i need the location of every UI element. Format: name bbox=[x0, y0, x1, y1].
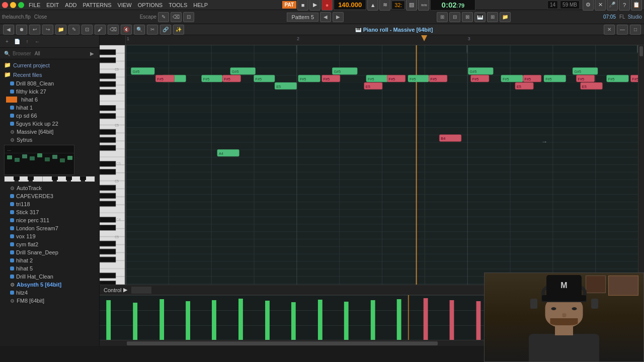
step-seq-btn[interactable]: ⊠ bbox=[462, 12, 473, 22]
sidebar-item-tri118[interactable]: tri118 bbox=[0, 200, 99, 208]
sidebar-up-btn[interactable]: ↑ bbox=[23, 37, 31, 45]
sidebar-item-hihat6[interactable]: hihat 6 bbox=[0, 96, 99, 104]
pat-button[interactable]: PAT bbox=[282, 1, 297, 9]
pr-cut-btn[interactable]: ✂ bbox=[147, 25, 158, 35]
stop-button[interactable]: ■ bbox=[297, 0, 308, 11]
pr-browse-btn[interactable]: 📁 bbox=[55, 25, 66, 35]
sidebar-item-5guys-kick[interactable]: 5guys Kick up 22 bbox=[0, 120, 99, 128]
pr-redo-btn[interactable]: ↪ bbox=[42, 25, 53, 35]
play-button[interactable]: ▶ bbox=[309, 0, 320, 11]
browser-btn[interactable]: 📁 bbox=[500, 12, 511, 22]
pr-sel-btn[interactable]: ⊡ bbox=[82, 25, 93, 35]
pr-rec-btn[interactable]: ⏺ bbox=[16, 25, 27, 35]
gear-icon-sytrus: ⚙ bbox=[10, 137, 15, 143]
up-arrow-button[interactable]: ▲ bbox=[367, 0, 378, 11]
sidebar-section-current-project[interactable]: 📁 Current project bbox=[0, 60, 99, 70]
wave-button[interactable]: ≋ bbox=[379, 0, 390, 11]
traffic-light-green[interactable] bbox=[18, 2, 24, 8]
piano-roll-btn[interactable]: 🎹 bbox=[474, 12, 486, 22]
select-icon[interactable]: ⊡ bbox=[183, 12, 194, 22]
sidebar-item-filthy-kick[interactable]: filthy kick 27 bbox=[0, 87, 99, 96]
webcam-overlay: M bbox=[484, 273, 644, 362]
pattern-label[interactable]: Pattern 5 bbox=[287, 13, 318, 22]
note-grid[interactable]: G#5 F#5 F#5 F#5 F#5 G#5 bbox=[126, 45, 638, 285]
item-dot-5guys bbox=[10, 122, 14, 126]
menu-tools[interactable]: TOOLS bbox=[166, 2, 190, 9]
sidebar-item-vox119[interactable]: vox 119 bbox=[0, 232, 99, 240]
sidebar-item-stick-317[interactable]: Stick 317 bbox=[0, 208, 99, 216]
menu-file[interactable]: FILE bbox=[26, 2, 43, 9]
scrollbar-thumb-v[interactable] bbox=[639, 46, 643, 56]
sidebar-item-drill-hat-clean[interactable]: Drill Hat_Clean bbox=[0, 273, 99, 281]
pr-close-btn[interactable]: ✕ bbox=[604, 25, 615, 35]
scrollbar-thumb-h[interactable] bbox=[127, 341, 438, 345]
pr-back-btn[interactable]: ◀ bbox=[3, 25, 14, 35]
sidebar-new-btn[interactable]: + bbox=[3, 37, 11, 45]
sidebar-item-nice-perc[interactable]: nice perc 311 bbox=[0, 216, 99, 224]
control-arrow[interactable]: ▶ bbox=[123, 287, 127, 293]
svg-rect-112 bbox=[106, 300, 111, 340]
menu-help[interactable]: HELP bbox=[191, 2, 210, 9]
traffic-light-yellow[interactable] bbox=[10, 2, 16, 8]
pattern-next[interactable]: ▶ bbox=[333, 12, 344, 22]
sidebar-item-fm8[interactable]: ⚙ FM8 [64bit] bbox=[0, 297, 99, 305]
sidebar-item-massive[interactable]: ⚙ Massive [64bit] bbox=[0, 128, 99, 136]
pr-erase-btn[interactable]: ⌫ bbox=[108, 25, 119, 35]
help-button[interactable]: ? bbox=[619, 0, 630, 11]
sidebar-item-capeverde3[interactable]: CAPEVERDE3 bbox=[0, 192, 99, 200]
pr-zoom-btn[interactable]: 🔍 bbox=[134, 25, 145, 35]
sidebar-item-cym-flat2[interactable]: cym flat2 bbox=[0, 240, 99, 248]
sidebar-item-drill-808[interactable]: Drill 808_Clean bbox=[0, 79, 99, 87]
menu-view[interactable]: VIEW bbox=[115, 2, 134, 9]
sidebar-item-hihat2[interactable]: hihat 2 bbox=[0, 256, 99, 264]
sidebar-left-btn[interactable]: ← bbox=[33, 37, 41, 45]
pr-magic-btn[interactable]: ✨ bbox=[173, 25, 184, 35]
menu-add[interactable]: ADD bbox=[62, 2, 79, 9]
sidebar-section-recent-files[interactable]: 📁 Recent files bbox=[0, 70, 99, 79]
pr-ruler-grid[interactable]: 1 2 3 bbox=[126, 35, 644, 45]
sidebar-item-sytrus[interactable]: ⚙ Sytrus bbox=[0, 136, 99, 144]
pr-max-btn[interactable]: □ bbox=[630, 25, 641, 35]
close-button[interactable]: Close bbox=[34, 14, 47, 20]
pr-paint-btn[interactable]: 🖌 bbox=[95, 25, 106, 35]
channel-rack-btn[interactable]: ⊞ bbox=[437, 12, 448, 22]
pr-undo-btn[interactable]: ↩ bbox=[29, 25, 40, 35]
eraser-icon[interactable]: ⌫ bbox=[171, 12, 182, 22]
menu-patterns[interactable]: PATTERNS bbox=[80, 2, 114, 9]
mic-button[interactable]: 🎤 bbox=[607, 0, 618, 11]
piano-roll-title: Piano roll - Massive [64bit] bbox=[363, 27, 433, 33]
gear-icon-fm8: ⚙ bbox=[10, 298, 15, 304]
sidebar-search-icon[interactable]: 🔍 bbox=[3, 49, 11, 57]
svg-text:F#5: F#5 bbox=[632, 77, 638, 81]
sidebar-item-london-scream7[interactable]: London Scream7 bbox=[0, 224, 99, 232]
sidebar-item-hihat1[interactable]: hihat 1 bbox=[0, 104, 99, 112]
vertical-scrollbar[interactable] bbox=[638, 45, 644, 285]
cpu-icon[interactable]: ⚙ bbox=[583, 0, 594, 11]
sidebar-item-drill-snare-deep[interactable]: Drill Snare_Deep bbox=[0, 248, 99, 256]
mixer-btn2[interactable]: ⊞ bbox=[487, 12, 498, 22]
traffic-light-red[interactable] bbox=[2, 2, 8, 8]
sidebar-arrow-right[interactable]: ▶ bbox=[88, 49, 96, 57]
pr-link-btn[interactable]: 🔗 bbox=[160, 25, 171, 35]
sidebar-item-absynth5[interactable]: ⚙ Absynth 5 [64bit] bbox=[0, 281, 99, 289]
waveform-button[interactable]: ≈≈ bbox=[418, 0, 429, 11]
sidebar-item-cp-sd-66[interactable]: cp sd 66 bbox=[0, 112, 99, 120]
sidebar-item-hitz4[interactable]: hitz4 bbox=[0, 289, 99, 297]
playlist-btn[interactable]: ⊟ bbox=[449, 12, 460, 22]
sidebar-file-btn[interactable]: 📄 bbox=[13, 37, 21, 45]
sidebar-item-hihat5[interactable]: hihat 5 bbox=[0, 264, 99, 273]
pr-mute-btn[interactable]: 🔇 bbox=[121, 25, 132, 35]
bar-2: 2 bbox=[297, 36, 299, 41]
pattern-prev[interactable]: ◀ bbox=[320, 12, 331, 22]
sidebar-item-autotrack[interactable]: ⚙ AutoTrack bbox=[0, 184, 99, 192]
snap-button[interactable]: 📋 bbox=[631, 0, 642, 11]
menu-edit[interactable]: EDIT bbox=[44, 2, 61, 9]
pencil-icon[interactable]: ✎ bbox=[158, 12, 169, 22]
pr-min-btn[interactable]: — bbox=[617, 25, 628, 35]
pr-pencil-btn[interactable]: ✎ bbox=[68, 25, 79, 35]
mixer-button[interactable]: ▤ bbox=[406, 0, 417, 11]
right-eye bbox=[572, 307, 577, 310]
record-button[interactable]: ● bbox=[321, 0, 333, 11]
menu-options[interactable]: OPTIONS bbox=[135, 2, 166, 9]
metronome-button[interactable]: ✕ bbox=[595, 0, 606, 11]
